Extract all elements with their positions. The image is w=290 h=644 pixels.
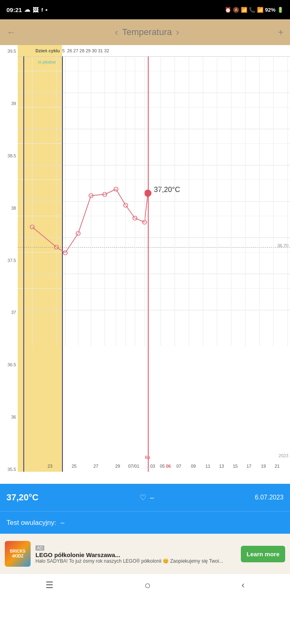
x-label-11: 11 bbox=[205, 464, 210, 469]
battery-display: 92% bbox=[265, 7, 276, 13]
y-label-37: 37 bbox=[0, 310, 18, 315]
x-label-13: 13 bbox=[219, 464, 224, 469]
page-title: Temperatura bbox=[122, 27, 172, 37]
x-label-06: 06 bbox=[166, 464, 171, 469]
x-label-09: 09 bbox=[191, 464, 196, 469]
y-label-36: 36 bbox=[0, 415, 18, 419]
y-label-39: 39 bbox=[0, 101, 18, 106]
ad-banner[interactable]: BRICKS4KIDZ AD LEGO półkolonie Warszawa.… bbox=[0, 534, 290, 574]
nav-center: ‹ Temperatura › bbox=[115, 27, 179, 38]
chart-area[interactable]: 39.5 39 38.5 38 37.5 37 36.5 36 35.5 ni … bbox=[0, 45, 290, 484]
call-icon: 📞 bbox=[249, 7, 255, 13]
status-left: 09:21 ☁ 🖼 f • bbox=[6, 6, 48, 13]
y-label-395: 39.5 bbox=[0, 49, 18, 54]
battery-icon: 🔋 bbox=[277, 7, 284, 13]
dot-icon: • bbox=[46, 6, 48, 13]
alarm-icon: ⏰ bbox=[225, 7, 231, 13]
info-dash: – bbox=[150, 493, 154, 502]
ad-badge-label: AD bbox=[35, 545, 44, 551]
x-label-19: 19 bbox=[261, 464, 266, 469]
time-display: 09:21 bbox=[6, 6, 22, 13]
mute-icon: 🔕 bbox=[233, 7, 239, 13]
wifi-icon: 📶 bbox=[241, 7, 247, 13]
y-label-355: 35.5 bbox=[0, 467, 18, 472]
menu-button[interactable]: ☰ bbox=[46, 580, 54, 590]
x-axis: 23 25 27 29 07/01 03 05 06 07 09 11 13 1… bbox=[35, 460, 290, 472]
home-button[interactable]: ○ bbox=[144, 579, 151, 592]
temp-polyline bbox=[32, 189, 148, 253]
ovulation-bar: Test owulacyjny: – bbox=[0, 511, 290, 534]
temp-tooltip: 37,20°C bbox=[154, 186, 180, 194]
y-axis: 39.5 39 38.5 38 37.5 37 36.5 36 35.5 bbox=[0, 45, 18, 484]
chart-grid: ni płodne Dzień cyklu 5 26 27 28 29 30 3… bbox=[18, 45, 290, 472]
temp-dot-selected[interactable] bbox=[145, 190, 151, 196]
signal-icon: 📶 bbox=[257, 7, 263, 13]
x-label-15: 15 bbox=[233, 464, 238, 469]
bottom-nav: ☰ ○ ‹ bbox=[0, 574, 290, 597]
ovulation-test-value: – bbox=[61, 519, 64, 526]
y-label-38: 38 bbox=[0, 206, 18, 211]
x-label-27: 27 bbox=[93, 464, 98, 469]
next-button[interactable]: › bbox=[176, 27, 179, 38]
heart-icon[interactable]: ♡ bbox=[139, 493, 147, 502]
y-label-375: 37.5 bbox=[0, 258, 18, 263]
info-center: ♡ – bbox=[139, 493, 154, 502]
ovulation-test-label: Test owulacyjny: bbox=[6, 519, 56, 526]
learn-more-button[interactable]: Learn more bbox=[241, 546, 285, 562]
image-icon: 🖼 bbox=[33, 6, 39, 13]
x-label-23: 23 bbox=[48, 464, 52, 469]
x-label-03: 03 bbox=[150, 464, 155, 469]
status-right: ⏰ 🔕 📶 📞 📶 92% 🔋 bbox=[225, 7, 284, 13]
ad-logo-text: BRICKS4KIDZ bbox=[10, 549, 25, 559]
x-label-17: 17 bbox=[246, 464, 251, 469]
y-label-385: 38.5 bbox=[0, 154, 18, 158]
temperature-chart: .temp-line { fill: none; stroke: #e07080… bbox=[18, 45, 290, 472]
add-button[interactable]: + bbox=[278, 27, 284, 38]
cloud-icon: ☁ bbox=[24, 6, 30, 13]
ad-title: LEGO półkolonie Warszawa... bbox=[35, 551, 236, 558]
current-date: 6.07.2023 bbox=[255, 494, 284, 501]
x-label-29: 29 bbox=[115, 464, 120, 469]
ad-logo: BRICKS4KIDZ bbox=[5, 541, 31, 567]
x-label-25: 25 bbox=[72, 464, 77, 469]
ad-content: AD LEGO półkolonie Warszawa... Halo SADY… bbox=[35, 544, 236, 564]
info-bar: 37,20°C ♡ – 6.07.2023 bbox=[0, 484, 290, 511]
x-label-05: 05 bbox=[160, 464, 165, 469]
ovulation-label: Test owulacyjny: – bbox=[6, 519, 64, 527]
ad-badge-row: AD bbox=[35, 545, 44, 551]
prev-button[interactable]: ‹ bbox=[115, 27, 118, 38]
x-label-0701: 07/01 bbox=[128, 464, 139, 469]
current-temperature: 37,20°C bbox=[6, 492, 39, 503]
x-label-21: 21 bbox=[275, 464, 280, 469]
back-nav-button[interactable]: ‹ bbox=[242, 580, 244, 590]
y-label-365: 36.5 bbox=[0, 363, 18, 367]
x-label-07: 07 bbox=[176, 464, 181, 469]
back-button[interactable]: ← bbox=[6, 27, 16, 38]
ad-description: Halo SADYBA! To już ósmy rok naszych LEG… bbox=[35, 558, 236, 564]
status-bar: 09:21 ☁ 🖼 f • ⏰ 🔕 📶 📞 📶 92% 🔋 bbox=[0, 0, 290, 19]
facebook-icon: f bbox=[41, 7, 43, 13]
top-nav: ← ‹ Temperatura › + bbox=[0, 19, 290, 45]
